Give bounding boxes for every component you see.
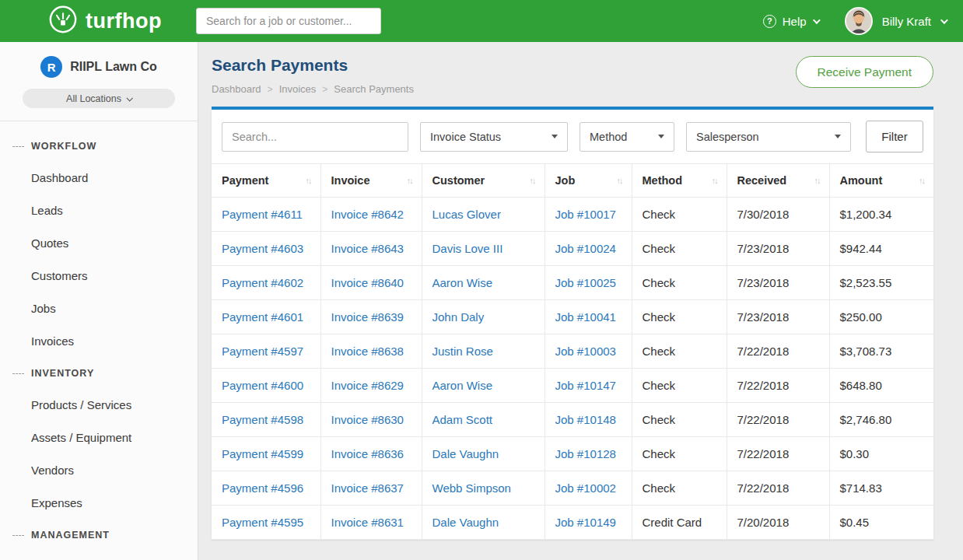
global-search-input[interactable]: [196, 8, 381, 34]
sort-icon[interactable]: ↑↓: [712, 176, 719, 185]
filter-button[interactable]: Filter: [866, 121, 923, 152]
job-link[interactable]: Job #10017: [555, 208, 616, 221]
breadcrumb-invoices[interactable]: Invoices: [279, 83, 317, 95]
invoice-link[interactable]: Invoice #8638: [331, 345, 404, 358]
method-text: Check: [643, 242, 676, 255]
sidebar-item-products-services[interactable]: Products / Services: [0, 389, 198, 422]
receive-payment-button[interactable]: Receive Payment: [796, 56, 933, 88]
customer-link[interactable]: Justin Rose: [432, 345, 493, 358]
customer-link[interactable]: Dale Vaughn: [432, 516, 499, 529]
payment-link[interactable]: Payment #4603: [222, 242, 303, 255]
payment-link[interactable]: Payment #4600: [222, 379, 303, 392]
invoice-link[interactable]: Invoice #8631: [331, 516, 404, 529]
company-avatar: R: [40, 56, 62, 78]
amount-text: $1,200.34: [840, 208, 892, 221]
customer-link[interactable]: Dale Vaughn: [432, 447, 499, 460]
invoice-status-select[interactable]: Invoice Status: [420, 122, 568, 152]
sidebar-item-invoices[interactable]: Invoices: [0, 325, 198, 358]
customer-link[interactable]: Lucas Glover: [432, 208, 501, 221]
help-menu[interactable]: ? Help: [763, 15, 818, 28]
branch-icon: [12, 373, 24, 374]
sort-icon[interactable]: ↑↓: [814, 176, 821, 185]
nav-section-label: INVENTORY: [31, 368, 94, 379]
invoice-link[interactable]: Invoice #8630: [331, 413, 404, 426]
sidebar-item-leads[interactable]: Leads: [0, 194, 198, 227]
column-header-customer[interactable]: Customer↑↓: [422, 164, 545, 198]
invoice-link[interactable]: Invoice #8643: [331, 242, 404, 255]
column-label: Invoice: [331, 174, 370, 187]
column-header-method[interactable]: Method↑↓: [632, 164, 727, 198]
column-header-received[interactable]: Received↑↓: [727, 164, 829, 198]
payment-link[interactable]: Payment #4611: [222, 208, 303, 221]
customer-link[interactable]: Adam Scott: [432, 413, 493, 426]
job-link[interactable]: Job #10041: [555, 310, 616, 324]
chevron-down-icon: [940, 16, 948, 24]
sidebar-item-assets-equipment[interactable]: Assets / Equipment: [0, 422, 198, 454]
job-link[interactable]: Job #10002: [555, 481, 616, 495]
job-link[interactable]: Job #10147: [555, 379, 616, 392]
received-text: 7/22/2018: [737, 447, 790, 460]
invoice-link[interactable]: Invoice #8642: [331, 208, 404, 221]
job-link[interactable]: Job #10128: [555, 447, 616, 460]
column-label: Payment: [222, 174, 268, 187]
sidebar-item-customers[interactable]: Customers: [0, 260, 198, 292]
user-menu[interactable]: Billy Kraft: [845, 7, 946, 35]
customer-link[interactable]: John Daly: [432, 310, 485, 324]
branch-icon: [12, 146, 24, 147]
job-link[interactable]: Job #10003: [555, 345, 616, 358]
sidebar-item-vendors[interactable]: Vendors: [0, 454, 198, 487]
table-row: Payment #4595Invoice #8631Dale VaughnJob…: [212, 506, 933, 540]
invoice-link[interactable]: Invoice #8636: [331, 447, 404, 460]
app-logo[interactable]: turfhop: [48, 5, 162, 37]
invoice-link[interactable]: Invoice #8637: [331, 481, 404, 495]
breadcrumb-dashboard[interactable]: Dashboard: [212, 83, 261, 95]
caret-down-icon: [552, 135, 558, 138]
invoice-link[interactable]: Invoice #8629: [331, 379, 404, 392]
column-header-payment[interactable]: Payment↑↓: [212, 164, 320, 198]
column-header-job[interactable]: Job↑↓: [545, 164, 632, 198]
job-link[interactable]: Job #10025: [555, 276, 616, 289]
job-link[interactable]: Job #10149: [555, 516, 616, 529]
invoice-status-value: Invoice Status: [430, 131, 501, 143]
invoice-link[interactable]: Invoice #8639: [331, 310, 404, 324]
payments-table: Payment↑↓Invoice↑↓Customer↑↓Job↑↓Method↑…: [212, 163, 933, 540]
sort-icon[interactable]: ↑↓: [407, 176, 414, 185]
sort-icon[interactable]: ↑↓: [306, 176, 313, 185]
user-avatar: [845, 7, 873, 35]
payment-link[interactable]: Payment #4599: [222, 447, 303, 460]
customer-link[interactable]: Aaron Wise: [432, 379, 493, 392]
sort-icon[interactable]: ↑↓: [919, 176, 926, 185]
breadcrumb-current: Search Payments: [334, 83, 414, 95]
payment-link[interactable]: Payment #4597: [222, 345, 303, 358]
customer-link[interactable]: Aaron Wise: [432, 276, 493, 289]
table-row: Payment #4601Invoice #8639John DalyJob #…: [212, 300, 933, 334]
nav-section-label: MANAGEMENT: [31, 530, 110, 541]
method-text: Check: [643, 379, 676, 392]
column-header-amount[interactable]: Amount↑↓: [829, 164, 933, 198]
sort-icon[interactable]: ↑↓: [617, 176, 624, 185]
payment-link[interactable]: Payment #4598: [222, 413, 303, 426]
sidebar-item-expenses[interactable]: Expenses: [0, 487, 198, 520]
job-link[interactable]: Job #10148: [555, 413, 616, 426]
table-row: Payment #4596Invoice #8637Webb SimpsonJo…: [212, 471, 933, 506]
method-select[interactable]: Method: [580, 122, 674, 152]
sidebar-item-jobs[interactable]: Jobs: [0, 292, 198, 325]
customer-link[interactable]: Davis Love III: [432, 242, 503, 255]
nav-section-management: MANAGEMENT: [0, 520, 198, 551]
sidebar-item-dashboard[interactable]: Dashboard: [0, 162, 198, 194]
payment-link[interactable]: Payment #4595: [222, 516, 303, 529]
payment-link[interactable]: Payment #4596: [222, 481, 303, 495]
received-text: 7/23/2018: [737, 242, 790, 255]
table-search-input[interactable]: [222, 122, 408, 152]
method-value: Method: [590, 131, 627, 143]
locations-selector[interactable]: All Locations: [23, 89, 175, 108]
payment-link[interactable]: Payment #4602: [222, 276, 303, 289]
sort-icon[interactable]: ↑↓: [530, 176, 537, 185]
payment-link[interactable]: Payment #4601: [222, 310, 303, 324]
column-header-invoice[interactable]: Invoice↑↓: [320, 164, 422, 198]
job-link[interactable]: Job #10024: [555, 242, 616, 255]
salesperson-select[interactable]: Salesperson: [686, 122, 851, 152]
customer-link[interactable]: Webb Simpson: [432, 481, 511, 495]
invoice-link[interactable]: Invoice #8640: [331, 276, 404, 289]
sidebar-item-quotes[interactable]: Quotes: [0, 227, 198, 260]
